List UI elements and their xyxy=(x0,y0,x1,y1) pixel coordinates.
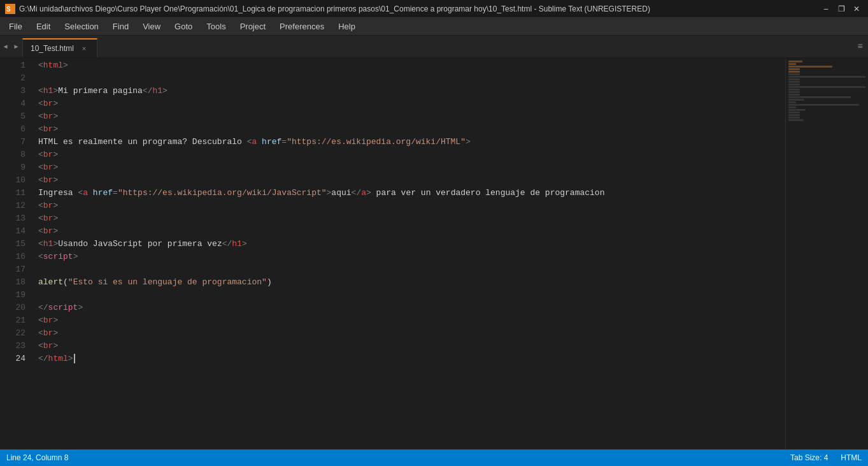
line-number-5: 5 xyxy=(0,110,25,123)
tab-close-button[interactable]: × xyxy=(79,43,89,54)
code-line-24: </html> xyxy=(38,353,868,365)
minimap-line xyxy=(788,101,796,103)
line-number-4: 4 xyxy=(0,98,25,110)
menu-item-view[interactable]: View xyxy=(136,19,167,34)
tab-bar: ◀ ▶ 10_Test.html × ≡ xyxy=(0,36,868,58)
tab-arrows: ◀ ▶ xyxy=(0,36,22,57)
minimap-line xyxy=(788,117,800,119)
code-line-10: <br> xyxy=(38,174,868,187)
code-line-6: <br> xyxy=(38,123,868,136)
minimap-line xyxy=(788,66,832,68)
cursor-position: Line 24, Column 8 xyxy=(6,453,68,462)
minimap-line xyxy=(788,109,806,111)
line-number-2: 2 xyxy=(0,72,25,85)
line-number-12: 12 xyxy=(0,200,25,212)
code-line-15: <h1>Usando JavaScript por primera vez</h… xyxy=(38,238,868,251)
menu-item-project[interactable]: Project xyxy=(234,19,272,34)
line-number-9: 9 xyxy=(0,161,25,174)
tab-label: 10_Test.html xyxy=(31,44,74,53)
line-number-6: 6 xyxy=(0,123,25,136)
tab-arrow-left[interactable]: ◀ xyxy=(0,36,11,58)
line-numbers: 123456789101112131415161718192021222324 xyxy=(0,58,32,449)
minimap-line xyxy=(788,71,800,73)
minimap-line xyxy=(788,78,800,80)
minimap-line xyxy=(788,99,804,101)
menu-item-selection[interactable]: Selection xyxy=(58,19,104,34)
minimize-button[interactable]: – xyxy=(820,3,832,15)
code-line-23: <br> xyxy=(38,340,868,353)
close-button[interactable]: ✕ xyxy=(850,3,863,15)
code-line-16: <script> xyxy=(38,251,868,263)
minimap-line xyxy=(788,81,800,83)
code-content[interactable]: <html> <h1>Mi primera pagina</h1><br><br… xyxy=(32,58,868,449)
editor: 123456789101112131415161718192021222324 … xyxy=(0,58,868,449)
window-title: G:\Mi unidad\archivos Diego\Curso Player… xyxy=(19,4,650,13)
minimap-line xyxy=(788,61,802,62)
menu-bar: FileEditSelectionFindViewGotoToolsProjec… xyxy=(0,18,868,36)
minimap-line xyxy=(788,73,800,75)
minimap-line xyxy=(788,63,796,65)
minimap-line xyxy=(788,112,800,113)
menu-item-edit[interactable]: Edit xyxy=(30,19,57,34)
line-number-7: 7 xyxy=(0,136,25,149)
line-number-8: 8 xyxy=(0,149,25,161)
minimap-line xyxy=(788,86,865,88)
minimap-content xyxy=(786,58,868,124)
minimap-line xyxy=(788,106,796,108)
code-line-12: <br> xyxy=(38,200,868,212)
code-line-14: <br> xyxy=(38,225,868,238)
minimap-line xyxy=(788,104,859,106)
menu-item-goto[interactable]: Goto xyxy=(168,19,199,34)
menu-item-help[interactable]: Help xyxy=(332,19,362,34)
line-number-14: 14 xyxy=(0,225,25,238)
line-number-24: 24 xyxy=(0,353,25,365)
menu-item-tools[interactable]: Tools xyxy=(200,19,232,34)
code-line-1: <html> xyxy=(38,59,868,72)
code-line-9: <br> xyxy=(38,161,868,174)
tab-size: Tab Size: 4 xyxy=(790,453,828,462)
active-tab[interactable]: 10_Test.html × xyxy=(22,38,97,57)
line-number-18: 18 xyxy=(0,276,25,289)
minimap-line xyxy=(788,114,800,116)
minimap-line xyxy=(788,76,865,78)
code-line-19 xyxy=(38,289,868,302)
code-line-17 xyxy=(38,263,868,276)
status-right: Tab Size: 4 HTML xyxy=(790,453,862,462)
line-number-10: 10 xyxy=(0,174,25,187)
minimap-line xyxy=(788,89,800,91)
line-number-21: 21 xyxy=(0,314,25,327)
minimap-line xyxy=(788,94,800,96)
line-number-20: 20 xyxy=(0,302,25,314)
maximize-button[interactable]: ❐ xyxy=(835,3,848,15)
line-number-17: 17 xyxy=(0,263,25,276)
window-controls: – ❐ ✕ xyxy=(820,3,863,15)
minimap-line xyxy=(788,119,804,121)
code-line-18: alert("Esto si es un lenguaje de program… xyxy=(38,276,868,289)
status-bar: Line 24, Column 8 Tab Size: 4 HTML xyxy=(0,449,868,466)
code-line-11: Ingresa <a href="https://es.wikipedia.or… xyxy=(38,187,868,200)
tab-arrow-right[interactable]: ▶ xyxy=(11,36,22,58)
title-left: S G:\Mi unidad\archivos Diego\Curso Play… xyxy=(5,4,650,14)
code-line-22: <br> xyxy=(38,327,868,340)
tab-options-button[interactable]: ≡ xyxy=(858,35,863,57)
minimap-line xyxy=(788,91,800,93)
minimap-line xyxy=(788,84,800,85)
menu-item-preferences[interactable]: Preferences xyxy=(273,19,331,34)
title-bar: S G:\Mi unidad\archivos Diego\Curso Play… xyxy=(0,0,868,18)
minimap-panel xyxy=(785,58,868,449)
minimap-line xyxy=(788,96,851,98)
code-line-8: <br> xyxy=(38,149,868,161)
line-number-1: 1 xyxy=(0,59,25,72)
menu-item-find[interactable]: Find xyxy=(106,19,135,34)
app-icon: S xyxy=(5,4,15,14)
code-line-4: <br> xyxy=(38,98,868,110)
line-number-11: 11 xyxy=(0,187,25,200)
menu-item-file[interactable]: File xyxy=(3,19,29,34)
line-number-15: 15 xyxy=(0,238,25,251)
code-line-2 xyxy=(38,72,868,85)
svg-text:S: S xyxy=(6,6,11,13)
line-number-22: 22 xyxy=(0,327,25,340)
line-number-23: 23 xyxy=(0,340,25,353)
status-left: Line 24, Column 8 xyxy=(6,453,68,462)
code-line-5: <br> xyxy=(38,110,868,123)
